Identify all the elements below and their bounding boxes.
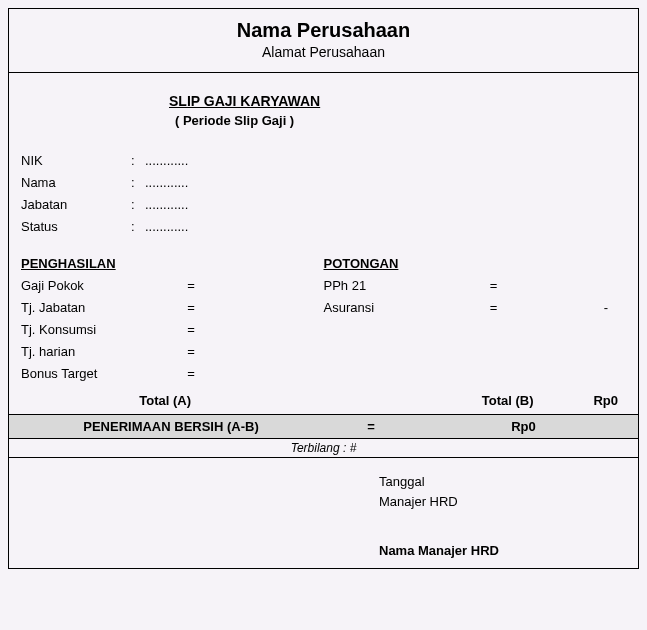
nik-label: NIK [21,150,131,172]
item-label: PPh 21 [324,275,484,297]
nama-label: Nama [21,172,131,194]
role-label: Manajer HRD [379,492,458,512]
item-value [201,275,324,297]
header: Nama Perusahaan Alamat Perusahaan [9,9,638,73]
line-tj-jabatan: Tj. Jabatan = [21,297,324,319]
item-label: Asuransi [324,297,484,319]
net-value: Rp0 [421,419,626,434]
item-value [504,275,627,297]
employee-info: NIK : ............ Nama : ............ J… [9,134,638,248]
footer: Tanggal Manajer HRD Nama Manajer HRD [9,458,638,568]
terbilang-text: # [350,441,357,455]
line-asuransi: Asuransi = - [324,297,627,319]
date-label: Tanggal [379,472,458,492]
total-b: Total (B) Rp0 [324,393,627,408]
total-a-label: Total (A) [21,393,201,408]
net-pay-row: PENERIMAAN BERSIH (A-B) = Rp0 [9,414,638,439]
item-label: Tj. Konsumsi [21,319,181,341]
payslip-container: Nama Perusahaan Alamat Perusahaan SLIP G… [8,8,639,569]
equals-sign: = [181,297,201,319]
potongan-column: POTONGAN PPh 21 = Asuransi = - [324,256,627,385]
potongan-title: POTONGAN [324,256,627,271]
penghasilan-column: PENGHASILAN Gaji Pokok = Tj. Jabatan = T… [21,256,324,385]
info-row-jabatan: Jabatan : ............ [21,194,626,216]
line-tj-konsumsi: Tj. Konsumsi = [21,319,324,341]
line-pph21: PPh 21 = [324,275,627,297]
total-a: Total (A) [21,393,324,408]
equals-sign: = [484,275,504,297]
jabatan-value: ............ [145,194,188,216]
terbilang-prefix: Terbilang : [291,441,347,455]
item-value [201,297,324,319]
info-row-nik: NIK : ............ [21,150,626,172]
line-tj-harian: Tj. harian = [21,341,324,363]
colon: : [131,216,145,238]
item-label: Gaji Pokok [21,275,181,297]
item-label: Tj. Jabatan [21,297,181,319]
item-value [201,341,324,363]
colon: : [131,172,145,194]
colon: : [131,150,145,172]
signature-block: Tanggal Manajer HRD [379,472,458,512]
equals-sign: = [181,319,201,341]
totals-row: Total (A) Total (B) Rp0 [9,387,638,414]
nama-value: ............ [145,172,188,194]
line-bonus-target: Bonus Target = [21,363,324,385]
title-block: SLIP GAJI KARYAWAN ( Periode Slip Gaji ) [9,73,638,134]
item-value [201,363,324,385]
item-value [201,319,324,341]
nik-value: ............ [145,150,188,172]
total-b-value: Rp0 [544,393,627,408]
total-b-label: Total (B) [324,393,544,408]
line-gaji-pokok: Gaji Pokok = [21,275,324,297]
net-label: PENERIMAAN BERSIH (A-B) [21,419,321,434]
info-row-nama: Nama : ............ [21,172,626,194]
item-value: - [504,297,627,319]
signer-name: Nama Manajer HRD [379,543,499,558]
slip-period: ( Periode Slip Gaji ) [169,113,638,128]
item-label: Bonus Target [21,363,181,385]
equals-sign: = [484,297,504,319]
company-name: Nama Perusahaan [9,19,638,42]
total-a-value [201,393,324,408]
company-address: Alamat Perusahaan [9,44,638,60]
status-label: Status [21,216,131,238]
terbilang-row: Terbilang : # [9,439,638,458]
earnings-deductions: PENGHASILAN Gaji Pokok = Tj. Jabatan = T… [9,248,638,387]
equals-sign: = [181,275,201,297]
jabatan-label: Jabatan [21,194,131,216]
equals-sign: = [181,363,201,385]
info-row-status: Status : ............ [21,216,626,238]
net-equals: = [321,419,421,434]
penghasilan-title: PENGHASILAN [21,256,324,271]
equals-sign: = [181,341,201,363]
colon: : [131,194,145,216]
item-label: Tj. harian [21,341,181,363]
slip-title: SLIP GAJI KARYAWAN [169,93,638,109]
status-value: ............ [145,216,188,238]
